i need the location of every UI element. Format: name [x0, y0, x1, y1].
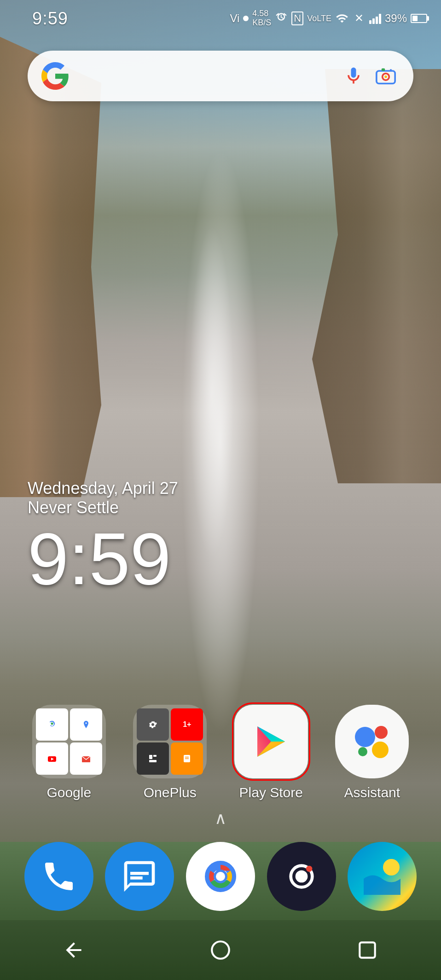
play-store-app-label: Play Store — [239, 785, 303, 800]
camera-dock-icon[interactable] — [267, 842, 336, 911]
svg-point-15 — [375, 726, 388, 739]
svg-point-14 — [355, 727, 375, 747]
svg-point-16 — [372, 742, 389, 758]
google-logo — [41, 62, 69, 90]
network-indicator: Vi — [230, 12, 239, 25]
clock-display: 9:59 — [28, 522, 178, 596]
datetime-widget: Wednesday, April 27 Never Settle 9:59 — [28, 479, 178, 596]
svg-rect-18 — [130, 872, 149, 875]
app-dock-row: Google 1+ — [0, 705, 441, 800]
volte-icon: VoLTE — [307, 14, 331, 23]
oneplus-app-icon[interactable]: 1+ — [133, 705, 207, 800]
search-bar[interactable] — [28, 51, 413, 101]
play-store-logo — [250, 721, 292, 762]
battery-icon — [411, 14, 427, 23]
home-button[interactable] — [202, 932, 239, 968]
assistant-app-label: Assistant — [344, 785, 400, 800]
google-app-label: Google — [46, 785, 91, 800]
voice-search-button[interactable] — [340, 62, 367, 90]
svg-rect-30 — [360, 942, 375, 957]
svg-rect-12 — [185, 757, 189, 758]
svg-point-27 — [306, 866, 312, 872]
recents-button[interactable] — [349, 932, 386, 968]
svg-rect-13 — [185, 759, 189, 760]
swipe-up-hint: ∧ — [215, 809, 226, 828]
alarm-icon — [275, 12, 288, 25]
status-icons: Vi 4.58KB/S N VoLTE 39% — [230, 9, 427, 28]
dot-indicator — [243, 16, 249, 21]
battery-percent: 39% — [385, 12, 407, 25]
oneplus-icon-circle: 1+ — [133, 705, 207, 778]
svg-rect-9 — [153, 755, 157, 757]
battery-fill — [412, 16, 418, 21]
svg-rect-3 — [382, 69, 385, 71]
oneplus-app-label: OnePlus — [144, 785, 197, 800]
google-icon-circle — [32, 705, 106, 778]
status-time: 9:59 — [32, 9, 68, 29]
motto-label: Never Settle — [28, 498, 178, 517]
weather-dock-icon[interactable] — [348, 842, 417, 911]
chrome-dock-icon[interactable] — [186, 842, 255, 911]
play-store-icon-circle — [234, 705, 308, 778]
back-button[interactable] — [55, 932, 92, 968]
signal-bars — [369, 13, 381, 24]
nav-bar — [0, 920, 441, 980]
svg-point-2 — [384, 75, 387, 78]
status-bar: 9:59 Vi 4.58KB/S N VoLTE 39% — [0, 0, 441, 37]
assistant-icon-circle — [335, 705, 409, 778]
svg-point-29 — [212, 941, 229, 959]
wifi-icon — [335, 12, 349, 25]
svg-point-4 — [51, 723, 53, 725]
play-store-app-icon[interactable]: Play Store — [234, 705, 308, 800]
svg-point-28 — [383, 859, 400, 876]
svg-rect-10 — [149, 760, 157, 762]
svg-point-23 — [216, 872, 225, 881]
phone-dock-icon[interactable] — [24, 842, 93, 911]
messages-dock-icon[interactable] — [105, 842, 174, 911]
bottom-dock — [0, 842, 441, 911]
svg-rect-8 — [149, 755, 152, 759]
lens-search-button[interactable] — [372, 62, 400, 90]
signal-x-icon — [353, 12, 366, 25]
assistant-app-icon[interactable]: Assistant — [335, 705, 409, 800]
assistant-logo — [349, 719, 395, 765]
nfc-icon: N — [291, 12, 303, 25]
date-label: Wednesday, April 27 — [28, 479, 178, 498]
svg-point-17 — [358, 747, 367, 756]
speed-indicator: 4.58KB/S — [252, 9, 271, 28]
svg-rect-19 — [130, 876, 143, 880]
svg-point-26 — [295, 870, 308, 883]
google-app-icon[interactable]: Google — [32, 705, 106, 800]
